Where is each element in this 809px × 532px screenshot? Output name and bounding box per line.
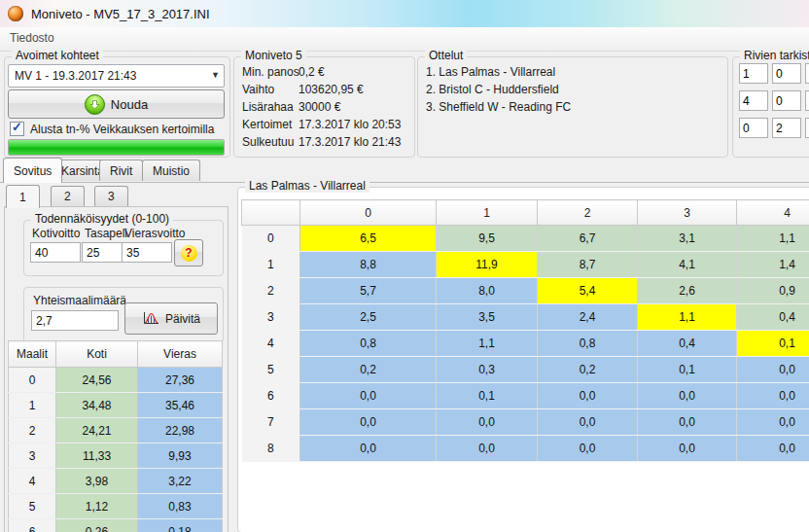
- matrix-cell: 0,2: [538, 357, 638, 383]
- matrix-row: 50,20,30,20,10,0: [242, 357, 809, 383]
- nouda-button[interactable]: Nouda: [8, 89, 225, 119]
- goal-prob-cell-away: 22,98: [138, 418, 223, 443]
- init-checkbox[interactable]: ✓: [10, 122, 24, 136]
- moniveto5-group: Moniveto 5 Min. panos0,2 € Vaihto103620,…: [233, 56, 415, 158]
- tab-rivit-label: Rivit: [110, 164, 132, 178]
- home-win-label: Kotivoitto: [32, 227, 80, 240]
- lisaraha-value: 30000 €: [299, 100, 340, 114]
- matrix-row-header: 3: [242, 304, 300, 331]
- total-goals-input[interactable]: [31, 310, 119, 331]
- target-select-value: MV 1 - 19.3.2017 21:43: [15, 69, 136, 83]
- init-checkbox-row[interactable]: ✓ Alusta tn-% Veikkauksen kertoimilla: [10, 122, 214, 136]
- vaihto-value: 103620,95 €: [299, 83, 364, 96]
- subtab-3[interactable]: 3: [94, 186, 128, 206]
- matrix-cell: 6,5: [300, 226, 437, 252]
- matrix-cell: 0,9: [737, 278, 809, 304]
- vaihto-label: Vaihto: [242, 83, 299, 96]
- goal-prob-header-maalit: Maalit: [9, 341, 56, 368]
- match-matrix-group: Las Palmas - Villarreal 0123406,59,56,73…: [237, 187, 809, 532]
- goal-prob-cell-away: 0,83: [138, 494, 223, 519]
- goal-prob-cell-goals: 6: [9, 519, 56, 532]
- matrix-row: 18,811,98,74,11,4: [242, 252, 809, 278]
- matrix-cell: 6,7: [538, 226, 638, 252]
- matrix-cell: 0,0: [538, 383, 638, 409]
- matrix-cell: 0,0: [300, 409, 437, 436]
- moniveto5-caption: Moniveto 5: [241, 49, 306, 62]
- matches-caption: Ottelut: [425, 49, 467, 62]
- goal-prob-header-vieras: Vieras: [138, 341, 223, 368]
- table-row: 224,2122,98: [9, 418, 223, 443]
- goal-prob-table-body: 024,5627,36134,4835,46224,2122,98311,339…: [9, 368, 223, 532]
- goal-prob-cell-home: 3,98: [56, 469, 138, 494]
- goal-prob-cell-home: 24,56: [56, 368, 138, 393]
- matrix-cell: 2,5: [300, 304, 437, 331]
- chevron-down-icon[interactable]: ▼: [211, 70, 220, 80]
- row-check-input-1-2[interactable]: [772, 63, 801, 84]
- matrix-col-header: 0: [300, 200, 437, 226]
- row-check-extra-3[interactable]: [805, 118, 809, 138]
- row-check-input-2-1[interactable]: [739, 90, 768, 111]
- matrix-cell: 3,1: [638, 226, 737, 252]
- matrix-cell: 2,4: [538, 304, 638, 331]
- matrix-corner-cell: [242, 200, 300, 226]
- kertoimet-value: 17.3.2017 klo 20:53: [299, 118, 401, 131]
- menu-item-tiedosto[interactable]: Tiedosto: [0, 27, 64, 49]
- subtab-1[interactable]: 1: [6, 185, 40, 208]
- matrix-cell: 2,6: [638, 278, 737, 304]
- row-check-input-2-2[interactable]: [772, 90, 801, 111]
- goal-prob-cell-goals: 0: [9, 368, 56, 393]
- nouda-button-label: Nouda: [111, 97, 148, 112]
- matrix-row: 80,00,00,00,00,0: [242, 436, 809, 462]
- subtab-2-label: 2: [64, 190, 71, 203]
- matrix-cell: 0,0: [300, 383, 437, 409]
- goal-prob-cell-goals: 4: [9, 469, 56, 494]
- min-panos-value: 0,2 €: [299, 65, 325, 79]
- matrix-cell: 1,1: [437, 331, 538, 357]
- goal-prob-table: Maalit Koti Vieras 024,5627,36134,4835,4…: [8, 340, 223, 532]
- matrix-col-header: 1: [437, 200, 538, 226]
- window-title: Moniveto - MV5_17_3_2017.INI: [31, 7, 210, 21]
- matrix-cell: 0,0: [737, 436, 809, 462]
- total-goals-label: Yhteismaalimäärä: [33, 294, 126, 307]
- matrix-col-header: 3: [638, 200, 737, 226]
- matrix-cell: 0,1: [437, 383, 538, 409]
- matrix-cell: 0,2: [300, 357, 437, 383]
- matrix-cell: 0,0: [437, 409, 538, 436]
- matrix-cell: 1,1: [638, 304, 737, 331]
- matrix-row-header: 6: [242, 383, 300, 409]
- matrix-cell: 0,4: [737, 304, 809, 331]
- matrix-cell: 0,3: [437, 357, 538, 383]
- goal-prob-cell-goals: 2: [9, 418, 56, 443]
- tab-sovitus[interactable]: Sovitus: [3, 158, 62, 183]
- help-button[interactable]: ?: [174, 239, 203, 266]
- target-select[interactable]: MV 1 - 19.3.2017 21:43 ▼: [8, 64, 225, 88]
- draw-input[interactable]: [82, 242, 124, 263]
- tab-rivit[interactable]: Rivit: [99, 160, 143, 181]
- matrix-cell: 0,0: [638, 436, 737, 462]
- matrix-row: 06,59,56,73,11,1: [242, 226, 809, 252]
- menu-bar: Tiedosto: [0, 27, 809, 52]
- matrix-cell: 0,0: [638, 383, 737, 409]
- home-win-input[interactable]: [30, 242, 81, 263]
- matrix-cell: 4,1: [638, 252, 737, 278]
- tab-muistio[interactable]: Muistio: [142, 160, 200, 181]
- matrix-cell: 3,5: [437, 304, 538, 331]
- title-bar: Moniveto - MV5_17_3_2017.INI: [0, 0, 809, 28]
- goal-prob-cell-home: 24,21: [56, 418, 138, 443]
- matrix-row: 70,00,00,00,00,0: [242, 409, 809, 436]
- draw-label: Tasapeli: [85, 227, 127, 240]
- paivita-button[interactable]: Päivitä: [124, 302, 218, 335]
- matches-group: Ottelut 1. Las Palmas - Villarreal 2. Br…: [417, 56, 728, 158]
- row-check-input-1-1[interactable]: [739, 63, 768, 84]
- matrix-row-header: 1: [242, 252, 300, 278]
- row-check-input-3-2[interactable]: [772, 118, 801, 138]
- matrix-cell: 5,7: [300, 278, 437, 304]
- row-check-input-3-1[interactable]: [739, 118, 768, 138]
- subtab-2[interactable]: 2: [51, 186, 85, 206]
- row-check-extra-1[interactable]: [805, 63, 809, 84]
- away-win-input[interactable]: [122, 242, 172, 263]
- match-3: 3. Sheffield W - Reading FC: [426, 100, 571, 114]
- min-panos-label: Min. panos: [242, 65, 299, 79]
- goal-prob-cell-goals: 5: [9, 494, 56, 519]
- row-check-extra-2[interactable]: [805, 90, 809, 111]
